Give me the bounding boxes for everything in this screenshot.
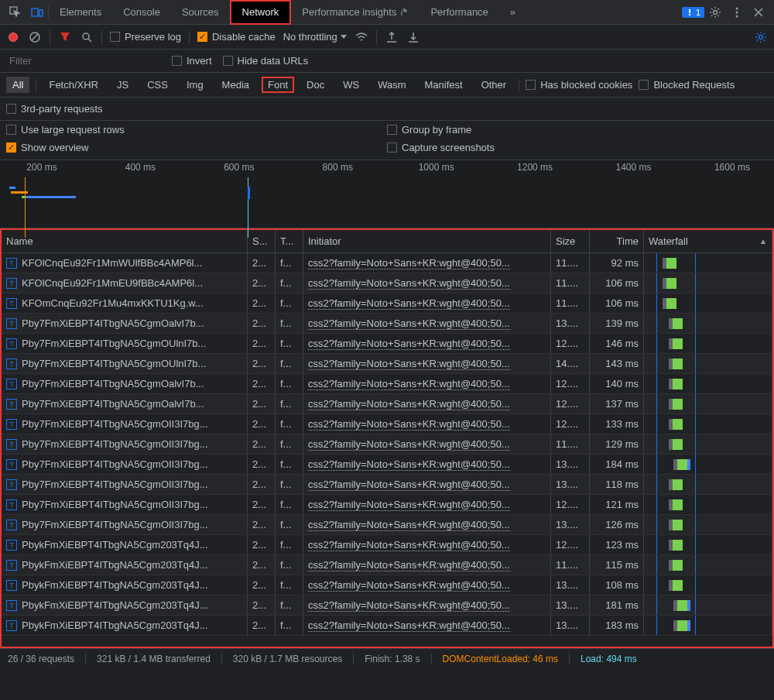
inspect-icon[interactable] bbox=[6, 3, 25, 22]
tab-elements[interactable]: Elements bbox=[49, 0, 112, 25]
file-name: Pby7FmXiEBPT4ITbgNA5CgmOalvI7b... bbox=[22, 398, 204, 410]
table-row[interactable]: TPby7FmXiEBPT4ITbgNA5CgmOII3I7bg...2...f… bbox=[2, 434, 772, 455]
has-blocked-cookies-checkbox[interactable]: Has blocked cookies bbox=[526, 79, 632, 91]
type-other[interactable]: Other bbox=[475, 77, 513, 93]
initiator-link[interactable]: css2?family=Noto+Sans+KR:wght@400;50... bbox=[308, 499, 510, 511]
initiator-link[interactable]: css2?family=Noto+Sans+KR:wght@400;50... bbox=[308, 438, 510, 451]
more-menu-icon[interactable] bbox=[728, 3, 746, 22]
table-row[interactable]: TKFOmCnqEu92Fr1Mu4mxKKTU1Kg.w...2...f...… bbox=[2, 293, 772, 314]
type-wasm[interactable]: Wasm bbox=[372, 77, 412, 93]
initiator-link[interactable]: css2?family=Noto+Sans+KR:wght@400;50... bbox=[308, 619, 510, 632]
col-type-header[interactable]: T... bbox=[276, 230, 303, 252]
export-har-icon[interactable] bbox=[406, 30, 420, 44]
show-overview-checkbox[interactable]: Show overview bbox=[6, 142, 387, 153]
initiator-link[interactable]: css2?family=Noto+Sans+KR:wght@400;50... bbox=[308, 579, 510, 592]
record-button[interactable] bbox=[6, 30, 20, 44]
initiator-link[interactable]: css2?family=Noto+Sans+KR:wght@400;50... bbox=[308, 479, 510, 491]
table-row[interactable]: TPby7FmXiEBPT4ITbgNA5CgmOUlnI7b...2...f.… bbox=[2, 354, 772, 374]
network-conditions-icon[interactable] bbox=[354, 30, 368, 44]
table-row[interactable]: TKFOlCnqEu92Fr1MmEU9fBBc4AMP6l...2...f..… bbox=[2, 273, 772, 293]
initiator-link[interactable]: css2?family=Noto+Sans+KR:wght@400;50... bbox=[308, 378, 510, 390]
initiator-link[interactable]: css2?family=Noto+Sans+KR:wght@400;50... bbox=[308, 458, 510, 471]
type-img[interactable]: Img bbox=[180, 77, 210, 93]
col-waterfall-header[interactable]: Waterfall▲ bbox=[644, 230, 772, 252]
table-row[interactable]: TPby7FmXiEBPT4ITbgNA5CgmOII3I7bg...2...f… bbox=[2, 414, 772, 434]
settings-icon[interactable] bbox=[706, 3, 724, 22]
group-by-frame-checkbox[interactable]: Group by frame bbox=[387, 124, 768, 136]
large-rows-checkbox[interactable]: Use large request rows bbox=[6, 124, 387, 136]
tab-more[interactable]: » bbox=[499, 0, 526, 25]
search-icon[interactable] bbox=[80, 30, 94, 44]
table-row[interactable]: TKFOlCnqEu92Fr1MmWUlfBBc4AMP6l...2...f..… bbox=[2, 253, 772, 273]
tab-console[interactable]: Console bbox=[112, 0, 171, 25]
type-fetch-xhr[interactable]: Fetch/XHR bbox=[43, 77, 104, 93]
table-row[interactable]: TPby7FmXiEBPT4ITbgNA5CgmOalvI7b...2...f.… bbox=[2, 314, 772, 334]
col-initiator-header[interactable]: Initiator bbox=[303, 230, 551, 252]
font-file-icon: T bbox=[6, 459, 17, 470]
type-media[interactable]: Media bbox=[216, 77, 255, 93]
table-row[interactable]: TPby7FmXiEBPT4ITbgNA5CgmOII3I7bg...2...f… bbox=[2, 475, 772, 495]
disable-cache-checkbox[interactable]: Disable cache bbox=[197, 31, 276, 43]
close-icon[interactable] bbox=[749, 3, 768, 22]
type-all[interactable]: All bbox=[6, 77, 29, 93]
tab-sources[interactable]: Sources bbox=[171, 0, 230, 25]
table-row[interactable]: TPby7FmXiEBPT4ITbgNA5CgmOII3I7bg...2...f… bbox=[2, 515, 772, 535]
col-time-header[interactable]: Time bbox=[590, 230, 644, 252]
initiator-link[interactable]: css2?family=Noto+Sans+KR:wght@400;50... bbox=[308, 257, 510, 269]
initiator-link[interactable]: css2?family=Noto+Sans+KR:wght@400;50... bbox=[308, 599, 510, 612]
type-doc[interactable]: Doc bbox=[300, 77, 330, 93]
initiator-link[interactable]: css2?family=Noto+Sans+KR:wght@400;50... bbox=[308, 418, 510, 431]
time-cell: 129 ms bbox=[590, 434, 644, 454]
table-row[interactable]: TPby7FmXiEBPT4ITbgNA5CgmOII3I7bg...2...f… bbox=[2, 495, 772, 515]
type-css[interactable]: CSS bbox=[141, 77, 174, 93]
issues-badge[interactable]: 1 bbox=[682, 7, 704, 18]
initiator-link[interactable]: css2?family=Noto+Sans+KR:wght@400;50... bbox=[308, 358, 510, 370]
initiator-link[interactable]: css2?family=Noto+Sans+KR:wght@400;50... bbox=[308, 277, 510, 290]
capture-screenshots-checkbox[interactable]: Capture screenshots bbox=[387, 142, 768, 153]
clear-button[interactable] bbox=[28, 30, 42, 44]
tab-performance[interactable]: Performance bbox=[420, 0, 498, 25]
size-cell: 14.... bbox=[551, 354, 590, 373]
font-file-icon: T bbox=[6, 379, 17, 389]
table-row[interactable]: TPby7FmXiEBPT4ITbgNA5CgmOII3I7bg...2...f… bbox=[2, 455, 772, 475]
hide-data-urls-checkbox[interactable]: Hide data URLs bbox=[223, 55, 309, 67]
table-body[interactable]: TKFOlCnqEu92Fr1MmWUlfBBc4AMP6l...2...f..… bbox=[2, 253, 772, 647]
table-row[interactable]: TPbykFmXiEBPT4ITbgNA5Cgm203Tq4J...2...f.… bbox=[2, 616, 772, 636]
table-row[interactable]: TPbykFmXiEBPT4ITbgNA5Cgm203Tq4J...2...f.… bbox=[2, 575, 772, 595]
type-js[interactable]: JS bbox=[111, 77, 135, 93]
table-row[interactable]: TPby7FmXiEBPT4ITbgNA5CgmOalvI7b...2...f.… bbox=[2, 394, 772, 414]
table-row[interactable]: TPby7FmXiEBPT4ITbgNA5CgmOUlnI7b...2...f.… bbox=[2, 334, 772, 354]
device-mode-icon[interactable] bbox=[28, 3, 46, 22]
filter-icon[interactable] bbox=[58, 30, 72, 44]
preserve-log-checkbox[interactable]: Preserve log bbox=[110, 31, 181, 43]
network-settings-icon[interactable] bbox=[754, 30, 768, 44]
type-manifest[interactable]: Manifest bbox=[418, 77, 468, 93]
table-row[interactable]: TPbykFmXiEBPT4ITbgNA5Cgm203Tq4J...2...f.… bbox=[2, 535, 772, 555]
font-file-icon: T bbox=[6, 600, 17, 611]
type-font[interactable]: Font bbox=[262, 77, 294, 93]
third-party-checkbox[interactable]: 3rd-party requests bbox=[6, 103, 103, 115]
initiator-link[interactable]: css2?family=Noto+Sans+KR:wght@400;50... bbox=[308, 398, 510, 410]
table-row[interactable]: TPby7FmXiEBPT4ITbgNA5CgmOalvI7b...2...f.… bbox=[2, 374, 772, 394]
invert-checkbox[interactable]: Invert bbox=[172, 55, 212, 67]
initiator-link[interactable]: css2?family=Noto+Sans+KR:wght@400;50... bbox=[308, 338, 510, 350]
blocked-requests-checkbox[interactable]: Blocked Requests bbox=[639, 79, 735, 91]
initiator-link[interactable]: css2?family=Noto+Sans+KR:wght@400;50... bbox=[308, 297, 510, 310]
type-ws[interactable]: WS bbox=[337, 77, 365, 93]
col-name-header[interactable]: Name bbox=[2, 230, 248, 252]
initiator-link[interactable]: css2?family=Noto+Sans+KR:wght@400;50... bbox=[308, 539, 510, 551]
table-row[interactable]: TPbykFmXiEBPT4ITbgNA5Cgm203Tq4J...2...f.… bbox=[2, 595, 772, 616]
tab-network[interactable]: Network bbox=[230, 0, 292, 25]
table-row[interactable]: TPbykFmXiEBPT4ITbgNA5Cgm203Tq4J...2...f.… bbox=[2, 555, 772, 575]
waterfall-bar bbox=[649, 394, 767, 413]
initiator-link[interactable]: css2?family=Noto+Sans+KR:wght@400;50... bbox=[308, 559, 510, 571]
col-status-header[interactable]: S... bbox=[248, 230, 276, 252]
initiator-link[interactable]: css2?family=Noto+Sans+KR:wght@400;50... bbox=[308, 317, 510, 330]
initiator-link[interactable]: css2?family=Noto+Sans+KR:wght@400;50... bbox=[308, 519, 510, 531]
filter-input[interactable] bbox=[6, 53, 161, 69]
timeline-overview[interactable]: 200 ms 400 ms 600 ms 800 ms 1000 ms 1200… bbox=[0, 160, 774, 228]
tab-performance-insights[interactable]: Performance insights bbox=[291, 0, 420, 25]
col-size-header[interactable]: Size bbox=[551, 230, 590, 252]
throttling-select[interactable]: No throttling bbox=[283, 31, 347, 43]
import-har-icon[interactable] bbox=[385, 30, 399, 44]
